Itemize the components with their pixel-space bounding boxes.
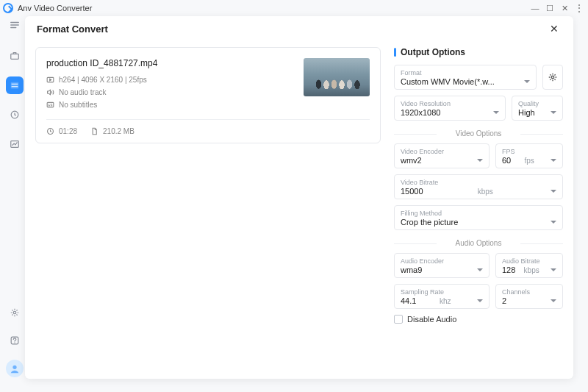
- output-options-pane: Output Options Format Custom WMV Movie(*…: [394, 47, 563, 371]
- chevron-down-icon: [551, 299, 556, 302]
- file-list-pane: production ID_4881727.mp4 h264 | 4096 X …: [35, 47, 381, 371]
- audio-track-line: No audio track: [46, 88, 157, 96]
- sampling-rate-select[interactable]: Sampling Rate 44.1khz: [394, 284, 490, 309]
- svg-rect-1: [11, 82, 19, 89]
- chevron-down-icon: [524, 80, 530, 83]
- video-codec-line: h264 | 4096 X 2160 | 25fps: [46, 76, 157, 84]
- format-select[interactable]: Format Custom WMV Movie(*.w...: [394, 65, 537, 90]
- audio-options-heading: Audio Options: [394, 239, 563, 247]
- sidebar-help-icon[interactable]: [6, 332, 24, 349]
- subtitle-line: No subtitles: [46, 101, 157, 109]
- subtitle-icon: [46, 101, 54, 109]
- svg-rect-0: [11, 54, 19, 59]
- chevron-down-icon: [493, 111, 499, 114]
- modal-close-button[interactable]: ✕: [547, 21, 562, 36]
- resolution-select[interactable]: Video Resolution 1920x1080: [394, 96, 506, 121]
- audio-bitrate-select[interactable]: Audio Bitrate 128kbps: [495, 253, 563, 278]
- video-thumbnail[interactable]: [304, 58, 370, 96]
- output-options-heading: Output Options: [394, 47, 563, 57]
- file-card[interactable]: production ID_4881727.mp4 h264 | 4096 X …: [35, 47, 381, 143]
- sidebar-convert-icon[interactable]: [6, 76, 24, 94]
- modal-title: Format Convert: [37, 24, 108, 35]
- file-name: production ID_4881727.mp4: [46, 58, 157, 68]
- window-minimize-button[interactable]: —: [528, 1, 542, 15]
- chevron-down-icon: [477, 159, 483, 162]
- modal-header: Format Convert ✕: [25, 16, 573, 41]
- sidebar-settings-icon[interactable]: [6, 304, 24, 321]
- quality-select[interactable]: Quality High: [512, 96, 563, 121]
- app-window: Anv Video Converter — ☐ ✕ ⋮: [0, 0, 588, 392]
- channels-select[interactable]: Channels 2: [495, 284, 563, 309]
- chevron-down-icon: [477, 268, 483, 271]
- format-convert-modal: Format Convert ✕ production ID_4881727.m…: [25, 16, 573, 379]
- chevron-down-icon: [551, 221, 556, 224]
- video-icon: [46, 76, 54, 84]
- app-title: Anv Video Converter: [18, 4, 92, 13]
- size-line: 210.2 MB: [90, 127, 135, 135]
- duration-line: 01:28: [46, 127, 77, 135]
- svg-point-6: [12, 366, 16, 369]
- video-bitrate-select[interactable]: Video Bitrate 15000kbps: [394, 174, 563, 199]
- disable-audio-checkbox[interactable]: Disable Audio: [394, 315, 563, 324]
- app-logo-icon: [3, 3, 13, 13]
- audio-encoder-select[interactable]: Audio Encoder wma9: [394, 253, 490, 278]
- chevron-down-icon: [551, 159, 556, 162]
- checkbox-icon: [394, 315, 403, 324]
- sidebar-chart-icon[interactable]: [6, 135, 24, 153]
- clock-icon: [46, 127, 54, 135]
- svg-point-10: [551, 76, 554, 79]
- window-maximize-button[interactable]: ☐: [542, 1, 557, 15]
- video-encoder-select[interactable]: Video Encoder wmv2: [394, 143, 490, 168]
- sidebar-toolbox-icon[interactable]: [6, 47, 24, 65]
- sidebar-clock-icon[interactable]: [6, 106, 24, 124]
- chevron-down-icon: [477, 299, 483, 302]
- video-options-heading: Video Options: [394, 129, 563, 138]
- svg-point-4: [13, 311, 16, 314]
- chevron-down-icon: [551, 111, 556, 114]
- file-icon: [90, 127, 98, 135]
- audio-icon: [46, 88, 54, 96]
- sidebar-avatar-icon[interactable]: [6, 360, 24, 377]
- window-more-button[interactable]: ⋮: [573, 1, 585, 15]
- chevron-down-icon: [551, 268, 556, 271]
- chevron-down-icon: [551, 190, 556, 193]
- svg-rect-8: [47, 102, 54, 107]
- format-settings-button[interactable]: [542, 65, 563, 90]
- filling-method-select[interactable]: Filling Method Crop the picture: [394, 205, 563, 230]
- window-close-button[interactable]: ✕: [557, 1, 572, 15]
- fps-select[interactable]: FPS 60fps: [495, 143, 563, 168]
- titlebar: Anv Video Converter — ☐ ✕ ⋮: [0, 0, 588, 16]
